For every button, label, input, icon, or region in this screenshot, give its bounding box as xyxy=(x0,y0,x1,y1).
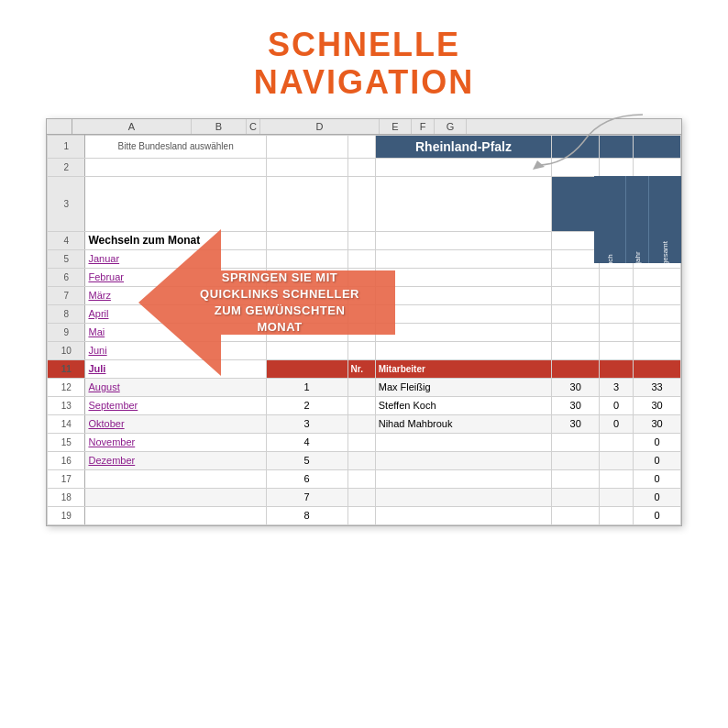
col-header-g: G xyxy=(435,119,467,134)
rownum-5: 5 xyxy=(48,249,85,268)
rownum-12: 12 xyxy=(48,378,85,396)
employee-8-val3: 0 xyxy=(634,506,681,524)
rownum-4: 4 xyxy=(48,231,85,249)
rownum-3: 3 xyxy=(48,176,85,231)
employee-2-val3: 30 xyxy=(634,396,681,414)
row2-cold xyxy=(375,158,552,176)
row-16: 16 Dezember 5 0 xyxy=(48,451,681,469)
employee-1-name: Max Fleißig xyxy=(375,378,552,396)
employee-2-val1: 30 xyxy=(552,396,600,414)
col-header-d: D xyxy=(260,119,380,134)
rownum-15: 15 xyxy=(48,433,85,451)
row4-cold xyxy=(375,231,552,249)
row3-cold xyxy=(375,176,552,231)
bundesland-label: Bitte Bundesland auswählen xyxy=(85,135,266,158)
connector-line xyxy=(528,110,647,174)
row1-colb xyxy=(266,135,347,158)
employee-2-name: Steffen Koch xyxy=(375,396,552,414)
row2-colc xyxy=(347,158,375,176)
employee-5-val3: 0 xyxy=(634,451,681,469)
employee-3-val2: 0 xyxy=(600,414,634,433)
employee-1-val2: 3 xyxy=(600,378,634,396)
rownum-9: 9 xyxy=(48,323,85,341)
rownum-6: 6 xyxy=(48,268,85,286)
row-18: 18 7 0 xyxy=(48,488,681,506)
employee-7-val3: 0 xyxy=(634,488,681,506)
rownum-16: 16 xyxy=(48,451,85,469)
col-header-c: C xyxy=(247,119,260,134)
rownum-14: 14 xyxy=(48,414,85,433)
arrow-overlay: SPRINGEN SIE MITQUICKLINKS SCHNELLERZUM … xyxy=(138,211,395,394)
row-19: 19 8 0 xyxy=(48,506,681,524)
page-title-line1: SCHNELLE xyxy=(254,26,475,63)
row-15: 15 November 4 0 xyxy=(48,433,681,451)
col-header-e: E xyxy=(380,119,412,134)
page-title-area: SCHNELLE NAVIGATION xyxy=(254,26,475,102)
month-oktober[interactable]: Oktober xyxy=(85,414,266,433)
row2-cola xyxy=(85,158,266,176)
row2-colb xyxy=(266,158,347,176)
employee-4-val3: 0 xyxy=(634,433,681,451)
col-header-a: A xyxy=(72,119,192,134)
row4-cole xyxy=(552,231,600,249)
row-17: 17 6 0 xyxy=(48,469,681,488)
rownum-18: 18 xyxy=(48,488,85,506)
month-september[interactable]: September xyxy=(85,396,266,414)
row1-colc xyxy=(347,135,375,158)
employee-2-val2: 0 xyxy=(600,396,634,414)
employee-6-val3: 0 xyxy=(634,469,681,488)
employee-3-val3: 30 xyxy=(634,414,681,433)
employee-1-val1: 30 xyxy=(552,378,600,396)
rownum-1: 1 xyxy=(48,135,85,158)
month-november[interactable]: November xyxy=(85,433,266,451)
state-name: Rheinland-Pfalz xyxy=(375,135,552,158)
row3-cole-rotated xyxy=(552,176,600,231)
rownum-17: 17 xyxy=(48,469,85,488)
corner-cell xyxy=(47,119,72,134)
page-title-line2: NAVIGATION xyxy=(254,63,475,101)
row4-colf xyxy=(600,231,634,249)
row3-colg-rotated xyxy=(634,176,681,231)
rownum-8: 8 xyxy=(48,304,85,323)
row-14: 14 Oktober 3 Nihad Mahbrouk 30 0 30 xyxy=(48,414,681,433)
employee-1-val3: 33 xyxy=(634,378,681,396)
rownum-11: 11 xyxy=(48,359,85,378)
rownum-19: 19 xyxy=(48,506,85,524)
row4-colg xyxy=(634,231,681,249)
rownum-7: 7 xyxy=(48,286,85,304)
employee-3-val1: 30 xyxy=(552,414,600,433)
rownum-13: 13 xyxy=(48,396,85,414)
employee-3-name: Nihad Mahbrouk xyxy=(375,414,552,433)
col-header-f: F xyxy=(412,119,435,134)
arrow-text: SPRINGEN SIE MITQUICKLINKS SCHNELLERZUM … xyxy=(197,269,362,336)
month-dezember[interactable]: Dezember xyxy=(85,451,266,469)
row-13: 13 September 2 Steffen Koch 30 0 30 xyxy=(48,396,681,414)
row3-colf-rotated xyxy=(600,176,634,231)
rownum-10: 10 xyxy=(48,341,85,359)
rownum-2: 2 xyxy=(48,158,85,176)
col-header-b: B xyxy=(192,119,247,134)
spreadsheet: A B C D E F G 1 Bitte Bundesland auswähl… xyxy=(46,118,682,526)
